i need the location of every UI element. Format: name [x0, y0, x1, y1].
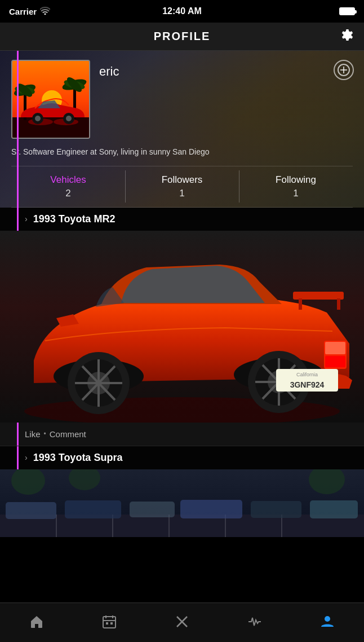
- svg-point-71: [325, 616, 330, 622]
- avatar[interactable]: [11, 60, 90, 139]
- post-mr2-title-bar[interactable]: › 1993 Toyota MR2: [0, 208, 364, 231]
- svg-rect-55: [65, 500, 121, 518]
- svg-point-16: [66, 116, 72, 121]
- stat-following[interactable]: Following 1: [239, 166, 353, 207]
- plus-circle-icon: [338, 64, 350, 76]
- person-icon: [320, 614, 335, 631]
- status-time: 12:40 AM: [162, 6, 202, 16]
- svg-point-14: [35, 116, 41, 121]
- svg-rect-68: [110, 622, 113, 625]
- action-separator: •: [44, 430, 46, 438]
- avatar-image: [12, 61, 89, 138]
- nav-bar: PROFILE: [0, 23, 364, 51]
- battery-area: [339, 7, 355, 15]
- svg-rect-23: [325, 342, 345, 354]
- tab-profile[interactable]: [291, 610, 364, 636]
- svg-rect-56: [130, 502, 175, 517]
- stats-row: Vehicles 2 Followers 1 Following 1: [11, 166, 353, 208]
- activity-icon: [247, 614, 262, 631]
- following-value: 1: [243, 188, 348, 199]
- svg-rect-63: [103, 617, 116, 628]
- action-accent-bar: [17, 423, 19, 446]
- carrier-info: Carrier: [9, 7, 50, 16]
- svg-rect-57: [180, 500, 242, 518]
- svg-rect-25: [293, 292, 344, 300]
- profile-section: eric Sr. Software Engineer at Sony, livi…: [0, 51, 364, 208]
- svg-rect-26: [299, 298, 302, 310]
- supra-car-image: [0, 469, 364, 537]
- chevron-icon: ›: [25, 214, 28, 223]
- bio: Sr. Software Engineer at Sony, living in…: [11, 147, 353, 158]
- svg-rect-59: [310, 500, 358, 518]
- svg-rect-27: [337, 298, 340, 310]
- stat-followers[interactable]: Followers 1: [125, 166, 239, 207]
- stat-vehicles[interactable]: Vehicles 2: [11, 166, 125, 207]
- vehicles-label: Vehicles: [16, 174, 121, 186]
- following-label: Following: [243, 174, 348, 186]
- status-bar: Carrier 12:40 AM: [0, 0, 364, 23]
- svg-rect-67: [106, 622, 108, 625]
- feed-section: › 1993 Toyota MR2: [0, 208, 364, 537]
- post-supra: › 1993 Toyota Supra: [0, 446, 364, 537]
- accent-bar-profile: [17, 51, 19, 208]
- svg-rect-54: [6, 502, 56, 519]
- gear-icon: [339, 28, 354, 42]
- tab-close[interactable]: [145, 610, 218, 636]
- svg-rect-58: [251, 501, 301, 518]
- mr2-car-image: California 3GNF924: [0, 231, 364, 423]
- calendar-icon: [102, 614, 117, 631]
- username: eric: [99, 64, 119, 78]
- tab-home[interactable]: [0, 610, 73, 636]
- home-icon: [29, 614, 44, 631]
- tab-activity[interactable]: [219, 610, 291, 636]
- wifi-icon: [40, 7, 50, 16]
- post-supra-title-bar[interactable]: › 1993 Toyota Supra: [0, 446, 364, 469]
- followers-label: Followers: [130, 174, 234, 186]
- post-mr2-title: 1993 Toyota MR2: [33, 213, 116, 225]
- add-button[interactable]: [334, 60, 354, 80]
- carrier-label: Carrier: [9, 7, 37, 16]
- like-button[interactable]: Like: [25, 429, 41, 439]
- tab-calendar[interactable]: [73, 610, 145, 636]
- post-accent-bar: [17, 208, 19, 231]
- settings-button[interactable]: [339, 28, 354, 46]
- post-supra-title: 1993 Toyota Supra: [33, 452, 123, 464]
- profile-info: eric: [99, 60, 353, 79]
- post-supra-image[interactable]: [0, 469, 364, 537]
- close-icon: [175, 614, 189, 631]
- svg-rect-24: [325, 356, 345, 367]
- followers-value: 1: [130, 188, 234, 199]
- post-mr2-image[interactable]: California 3GNF924: [0, 231, 364, 423]
- tab-bar: [0, 603, 364, 642]
- page-title: PROFILE: [154, 30, 211, 43]
- svg-text:California: California: [296, 372, 318, 377]
- svg-text:3GNF924: 3GNF924: [290, 380, 325, 389]
- profile-content: eric Sr. Software Engineer at Sony, livi…: [0, 51, 364, 208]
- post-accent-bar-2: [17, 446, 19, 469]
- profile-header: eric: [11, 60, 353, 139]
- vehicles-value: 2: [16, 188, 121, 199]
- post-mr2-actions: Like • Comment: [0, 423, 364, 446]
- comment-button[interactable]: Comment: [50, 429, 86, 439]
- chevron-icon-2: ›: [25, 453, 28, 462]
- post-mr2: › 1993 Toyota MR2: [0, 208, 364, 446]
- battery-icon: [339, 7, 355, 15]
